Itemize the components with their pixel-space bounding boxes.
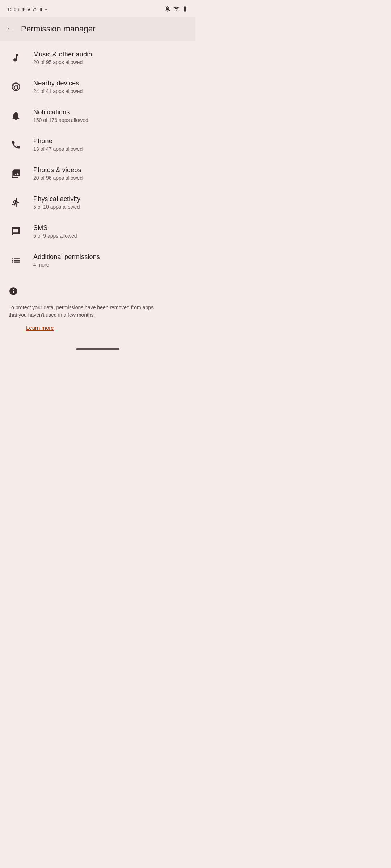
permission-item-activity[interactable]: Physical activity 5 of 10 apps allowed bbox=[0, 188, 196, 217]
nearby-title: Nearby devices bbox=[33, 80, 83, 87]
back-button[interactable]: ← bbox=[6, 24, 14, 34]
permission-list: Music & other audio 20 of 95 apps allowe… bbox=[0, 41, 196, 278]
list-icon bbox=[9, 255, 23, 265]
phone-text: Phone 13 of 47 apps allowed bbox=[33, 137, 83, 152]
photos-subtitle: 20 of 96 apps allowed bbox=[33, 175, 83, 181]
info-row bbox=[9, 286, 187, 298]
permission-item-sms[interactable]: SMS 5 of 9 apps allowed bbox=[0, 217, 196, 246]
info-text: To protect your data, permissions have b… bbox=[9, 304, 161, 319]
nearby-text: Nearby devices 24 of 41 apps allowed bbox=[33, 80, 83, 94]
learn-more-link[interactable]: Learn more bbox=[9, 325, 187, 331]
bell-off-icon bbox=[164, 5, 171, 13]
permission-item-notifications[interactable]: Notifications 150 of 176 apps allowed bbox=[0, 101, 196, 130]
info-section: To protect your data, permissions have b… bbox=[0, 278, 196, 335]
permission-item-photos[interactable]: Photos & videos 20 of 96 apps allowed bbox=[0, 159, 196, 188]
photos-title: Photos & videos bbox=[33, 166, 83, 174]
nearby-subtitle: 24 of 41 apps allowed bbox=[33, 88, 83, 94]
photos-text: Photos & videos 20 of 96 apps allowed bbox=[33, 166, 83, 181]
permission-item-music[interactable]: Music & other audio 20 of 95 apps allowe… bbox=[0, 43, 196, 72]
bottom-indicator bbox=[76, 348, 119, 350]
additional-text: Additional permissions 4 more bbox=[33, 253, 100, 268]
photos-icon bbox=[9, 169, 23, 179]
c-icon: © bbox=[33, 7, 36, 12]
notifications-title: Notifications bbox=[33, 109, 88, 116]
additional-subtitle: 4 more bbox=[33, 262, 100, 268]
bottom-bar bbox=[0, 342, 196, 356]
nearby-icon bbox=[9, 82, 23, 92]
permission-item-phone[interactable]: Phone 13 of 47 apps allowed bbox=[0, 130, 196, 159]
status-right bbox=[164, 5, 188, 13]
run-icon bbox=[9, 197, 23, 208]
music-subtitle: 20 of 95 apps allowed bbox=[33, 59, 92, 65]
phone-subtitle: 13 of 47 apps allowed bbox=[33, 146, 83, 152]
pause-icon: ⏸ bbox=[38, 7, 43, 12]
activity-text: Physical activity 5 of 10 apps allowed bbox=[33, 195, 80, 210]
sms-title: SMS bbox=[33, 224, 77, 232]
dot-icon: • bbox=[45, 7, 47, 12]
bell-icon bbox=[9, 111, 23, 121]
music-note-icon bbox=[9, 53, 23, 63]
toolbar: ← Permission manager bbox=[0, 17, 196, 41]
sms-icon bbox=[9, 226, 23, 237]
activity-title: Physical activity bbox=[33, 195, 80, 203]
battery-icon bbox=[182, 5, 188, 13]
phone-title: Phone bbox=[33, 137, 83, 145]
status-time: 10:06 bbox=[7, 7, 19, 12]
info-icon bbox=[9, 286, 23, 298]
music-text: Music & other audio 20 of 95 apps allowe… bbox=[33, 51, 92, 65]
notifications-subtitle: 150 of 176 apps allowed bbox=[33, 117, 88, 123]
page-title: Permission manager bbox=[21, 24, 96, 34]
phone-icon bbox=[9, 140, 23, 150]
sms-subtitle: 5 of 9 apps allowed bbox=[33, 233, 77, 239]
v-icon: V bbox=[28, 7, 31, 12]
status-left: 10:06 ❄ V © ⏸ • bbox=[7, 7, 47, 12]
music-title: Music & other audio bbox=[33, 51, 92, 58]
permission-item-additional[interactable]: Additional permissions 4 more bbox=[0, 246, 196, 275]
permission-item-nearby[interactable]: Nearby devices 24 of 41 apps allowed bbox=[0, 72, 196, 101]
wifi-icon bbox=[173, 5, 180, 13]
notifications-text: Notifications 150 of 176 apps allowed bbox=[33, 109, 88, 123]
sms-text: SMS 5 of 9 apps allowed bbox=[33, 224, 77, 239]
snowflake-icon: ❄ bbox=[21, 7, 25, 12]
activity-subtitle: 5 of 10 apps allowed bbox=[33, 204, 80, 210]
additional-title: Additional permissions bbox=[33, 253, 100, 261]
status-bar: 10:06 ❄ V © ⏸ • bbox=[0, 0, 196, 17]
